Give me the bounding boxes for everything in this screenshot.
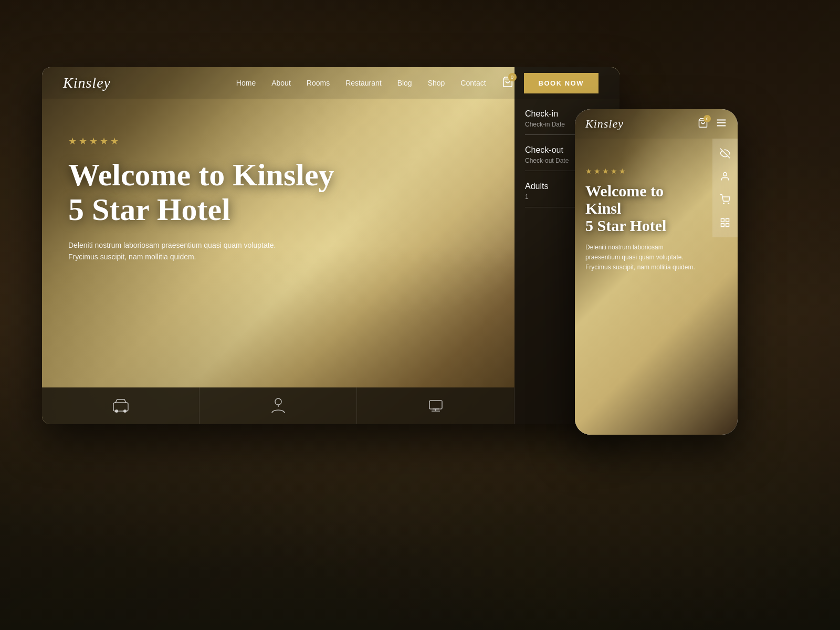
desktop-stars: ★ ★ ★ ★ ★ [68,135,341,147]
mobile-hero-content: ★ ★ ★ ★ ★ Welcome to Kinsl5 Star Hotel D… [585,167,696,273]
svg-point-15 [723,203,724,204]
toolbar-user-icon[interactable] [715,166,736,187]
mobile-cart[interactable]: 0 [698,118,708,130]
nav-link-blog[interactable]: Blog [397,79,412,87]
mobile-subtitle-line2: Frycimus suscipit, nam mollitia quidem. [585,264,695,271]
mobile-mockup: Kinsley 0 ★ ★ ★ ★ ★ Welcome to Kinsl [575,109,738,435]
star-2: ★ [79,135,87,147]
book-now-button[interactable]: BOOK NOW [524,73,598,93]
desktop-subtitle-line2: Frycimus suscipit, nam mollitia quidem. [68,253,196,261]
nav-link-about[interactable]: About [271,79,291,87]
desktop-hero-title: Welcome to Kinsley 5 Star Hotel [68,158,341,227]
svg-point-2 [115,410,118,413]
desktop-cart-badge: 0 [508,73,517,81]
nav-link-contact[interactable]: Contact [460,79,486,87]
amenity-taxi [42,387,200,424]
toolbar-eye-off-icon[interactable] [715,143,736,164]
nav-link-shop[interactable]: Shop [428,79,445,87]
svg-point-16 [728,203,729,204]
star-1: ★ [68,135,77,147]
mobile-stars: ★ ★ ★ ★ ★ [585,167,696,176]
star-4: ★ [100,135,108,147]
amenity-concierge [200,387,357,424]
svg-rect-18 [726,219,729,222]
star-3: ★ [89,135,98,147]
desktop-hero-content: ★ ★ ★ ★ ★ Welcome to Kinsley 5 Star Hote… [68,135,341,263]
desktop-logo: Kinsley [63,75,111,91]
desktop-subtitle-line1: Deleniti nostrum laboriosam praesentium … [68,241,276,249]
svg-point-14 [723,173,727,176]
mobile-navbar: Kinsley 0 [575,109,738,139]
mobile-star-1: ★ [585,167,592,176]
mobile-toolbar [712,139,738,237]
svg-rect-19 [721,224,724,227]
nav-link-rooms[interactable]: Rooms [307,79,330,87]
mobile-logo: Kinsley [585,117,624,131]
svg-rect-17 [721,219,724,222]
mobile-star-5: ★ [619,167,626,176]
toolbar-grid-icon[interactable] [715,212,736,233]
desktop-mockup: Kinsley Home About Rooms Restaurant Blog… [42,67,620,424]
star-5: ★ [110,135,119,147]
desktop-cart[interactable]: 0 [502,76,513,90]
nav-link-restaurant[interactable]: Restaurant [345,79,381,87]
desktop-nav-links: Home About Rooms Restaurant Blog Shop Co… [236,79,486,87]
desktop-amenities-bar [42,387,514,424]
mobile-star-3: ★ [602,167,609,176]
mobile-hero-subtitle: Deleniti nostrum laboriosam praesentium … [585,243,696,273]
nav-link-home[interactable]: Home [236,79,256,87]
desktop-hero-subtitle: Deleniti nostrum laboriosam praesentium … [68,239,289,263]
toolbar-cart-icon[interactable] [715,189,736,210]
svg-rect-20 [726,224,729,227]
mobile-cart-badge: 0 [704,115,711,122]
mobile-star-4: ★ [611,167,617,176]
mobile-hero-title: Welcome to Kinsl5 Star Hotel [585,182,696,234]
desktop-navbar: Kinsley Home About Rooms Restaurant Blog… [42,67,620,99]
mobile-star-2: ★ [594,167,601,176]
svg-rect-5 [429,401,442,409]
svg-point-3 [123,410,127,413]
svg-rect-1 [113,403,128,411]
mobile-subtitle-line1: Deleniti nostrum laboriosam praesentium … [585,244,684,261]
amenity-wifi [357,387,514,424]
mobile-menu-icon[interactable] [716,117,727,131]
